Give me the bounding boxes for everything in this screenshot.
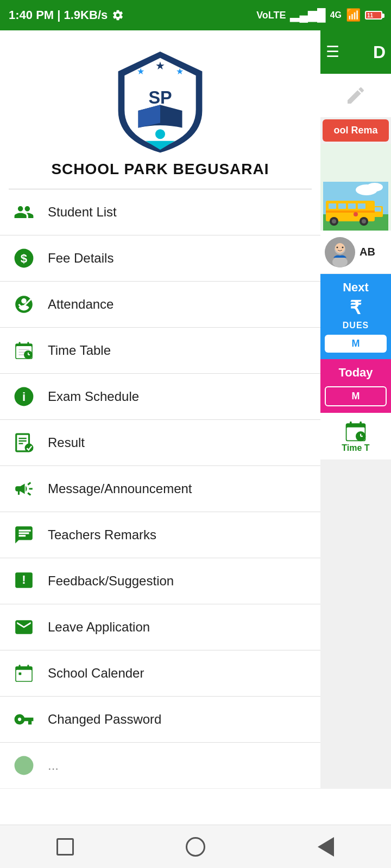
nav-square-button[interactable] [49, 831, 81, 863]
sidebar-item-label-school-calender: School Calender [48, 666, 144, 681]
sidebar-item-label-changed-password: Changed Password [48, 712, 161, 727]
status-bar-right: VoLTE ▂▄▆█ 4G 📶 11 [256, 8, 382, 22]
bus-svg [323, 182, 388, 231]
sidebar-item-exam-schedule[interactable]: i Exam Schedule [0, 374, 320, 420]
sidebar-item-label-exam-schedule: Exam Schedule [48, 389, 139, 404]
avatar-name: AB [360, 246, 375, 258]
school-name: SCHOOL PARK BEGUSARAI [51, 161, 269, 178]
result-icon [11, 430, 37, 456]
feedback-icon: ! [11, 568, 37, 594]
sidebar-item-time-table[interactable]: Time Table [0, 328, 320, 374]
sidebar-item-more[interactable]: ... [0, 743, 320, 789]
svg-text:$: $ [21, 252, 28, 265]
dues-rupee-symbol: ₹ [350, 297, 362, 318]
svg-point-52 [335, 243, 345, 253]
svg-rect-27 [16, 670, 32, 681]
sidebar-item-student-list[interactable]: Student List [0, 189, 320, 235]
avatar-row: AB [320, 231, 391, 274]
svg-point-44 [362, 219, 366, 224]
svg-text:★: ★ [176, 66, 184, 76]
info-icon: i [11, 384, 37, 410]
dues-next-label: Next [343, 280, 369, 295]
time-display: 1:40 PM | 1.9KB/s [9, 8, 108, 22]
svg-rect-9 [19, 342, 21, 346]
signal-text: VoLTE [256, 10, 286, 21]
today-more-button[interactable]: M [325, 386, 387, 406]
hamburger-icon[interactable]: ☰ [326, 44, 339, 60]
sidebar-item-label-attendance: Attendance [48, 297, 113, 312]
nav-circle-icon [186, 837, 205, 857]
svg-rect-47 [326, 210, 375, 213]
edit-icon [345, 85, 367, 106]
calendar-clock-icon [11, 337, 37, 363]
sidebar-item-label-teachers-remarks: Teachers Remarks [48, 527, 156, 542]
nav-square-icon [56, 838, 74, 856]
signal-bars: ▂▄▆█ [290, 8, 325, 22]
sidebar-item-label-student-list: Student List [48, 205, 117, 220]
svg-rect-57 [350, 422, 352, 426]
dues-label: DUES [343, 321, 369, 330]
sidebar-item-changed-password[interactable]: Changed Password [0, 697, 320, 743]
school-remark-button[interactable]: ool Rema [323, 119, 389, 142]
timetable-bottom-area: Time T [320, 413, 391, 459]
sidebar-item-teachers-remarks[interactable]: Teachers Remarks [0, 512, 320, 558]
svg-text:i: i [22, 390, 26, 404]
battery-level: 11 [367, 12, 373, 18]
calendar-icon [11, 660, 37, 686]
megaphone-icon [11, 476, 37, 502]
gear-icon [112, 9, 124, 21]
envelope-icon [11, 614, 37, 640]
attendance-icon [11, 291, 37, 317]
nav-back-button[interactable] [310, 831, 342, 863]
nav-bar [0, 825, 391, 868]
sidebar: ★ ★ ★ SP SCHOOL PARK BEGUSARAI [0, 30, 320, 789]
top-right-bar: ☰ D [320, 30, 391, 74]
svg-rect-30 [19, 672, 22, 675]
svg-point-42 [332, 219, 336, 224]
svg-rect-28 [19, 665, 21, 669]
people-icon [11, 199, 37, 225]
svg-point-53 [337, 246, 338, 248]
main-wrapper: ★ ★ ★ SP SCHOOL PARK BEGUSARAI [0, 30, 391, 789]
status-bar: 1:40 PM | 1.9KB/s VoLTE ▂▄▆█ 4G 📶 11 [0, 0, 391, 30]
4g-badge: 4G [330, 10, 342, 20]
status-bar-left: 1:40 PM | 1.9KB/s [9, 8, 124, 22]
nav-home-button[interactable] [179, 831, 212, 863]
svg-text:★: ★ [137, 66, 144, 76]
today-label: Today [338, 366, 373, 380]
logo-area: ★ ★ ★ SP SCHOOL PARK BEGUSARAI [0, 30, 320, 189]
key-icon [11, 706, 37, 732]
sidebar-item-message-announcement[interactable]: Message/Announcement [0, 466, 320, 512]
dues-card: Next ₹ DUES M [320, 274, 391, 359]
sidebar-item-label-message: Message/Announcement [48, 481, 192, 496]
sidebar-item-leave-application[interactable]: Leave Application [0, 604, 320, 650]
more-icon [11, 752, 37, 778]
edit-icon-area [320, 74, 391, 117]
sidebar-item-result[interactable]: Result [0, 420, 320, 466]
sidebar-item-label-more: ... [48, 758, 59, 773]
wifi-icon: 📶 [346, 8, 361, 22]
svg-point-31 [15, 756, 34, 775]
svg-point-4 [155, 129, 165, 139]
sidebar-item-fee-details[interactable]: $ Fee Details [0, 235, 320, 282]
svg-rect-40 [358, 203, 365, 209]
dues-more-button[interactable]: M [325, 335, 387, 353]
svg-rect-38 [338, 203, 346, 209]
sidebar-item-school-calender[interactable]: School Calender [0, 650, 320, 697]
sidebar-item-attendance[interactable]: Attendance [0, 282, 320, 328]
dollar-icon: $ [11, 245, 37, 271]
svg-point-23 [25, 444, 34, 452]
sidebar-item-label-feedback: Feedback/Suggestion [48, 573, 174, 589]
svg-rect-29 [27, 665, 29, 669]
sidebar-item-label-fee-details: Fee Details [48, 251, 113, 266]
sidebar-item-feedback[interactable]: ! Feedback/Suggestion [0, 558, 320, 604]
svg-point-48 [354, 212, 358, 216]
today-card: Today M [320, 359, 391, 413]
svg-point-51 [332, 257, 348, 267]
svg-rect-46 [375, 207, 381, 212]
battery-icon: 11 [365, 11, 382, 20]
avatar [325, 237, 355, 267]
school-logo: ★ ★ ★ SP [111, 47, 209, 155]
svg-point-54 [342, 246, 344, 248]
timetable-bottom-label: Time T [342, 443, 369, 453]
